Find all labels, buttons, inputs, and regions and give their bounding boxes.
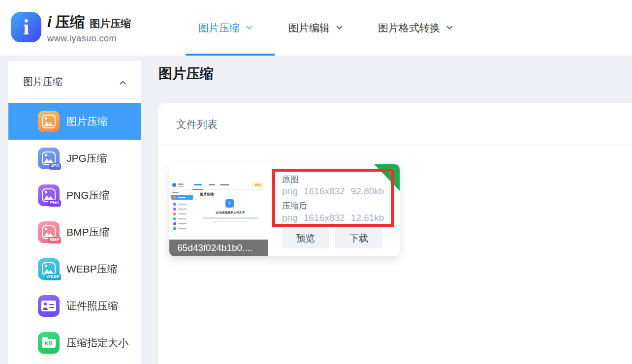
- nav-tab-label: 图片压缩: [198, 21, 240, 35]
- glyph-dot: [45, 191, 47, 193]
- sidebar-item-label: 图片压缩: [66, 115, 108, 128]
- mini-icon-dot: [173, 212, 176, 215]
- brand-url: www.iyasuo.com: [47, 33, 131, 44]
- sidebar-item-label: BMP压缩: [66, 225, 110, 239]
- glyph-mountain: [44, 158, 54, 163]
- compressed-info: png 1616x832 12.61kb: [282, 212, 391, 224]
- file-card: 图片压缩 + 点击或拖拽至上传文件 65d43f024b1b0.... 原图 p…: [169, 164, 400, 256]
- sidebar-group-header[interactable]: 图片压缩: [8, 61, 141, 103]
- mini-sidebar: [170, 190, 195, 231]
- png-compress-icon: PNG: [38, 184, 60, 206]
- image-glyph: [42, 115, 56, 128]
- idcard-body: [43, 307, 48, 310]
- jpg-badge: JPG: [49, 163, 61, 170]
- mini-nav-dash: [194, 184, 202, 185]
- mini-text-dash: [178, 228, 187, 230]
- sidebar-item-compress-to-size[interactable]: KB 压缩指定大小: [8, 324, 141, 361]
- mini-nav-dash: [220, 184, 229, 185]
- brand-name-italic: i: [47, 14, 51, 30]
- mini-text-dash: [178, 204, 187, 205]
- logo-text: i 压缩 图片压缩 www.iyasuo.com: [47, 12, 131, 44]
- file-thumbnail[interactable]: 图片压缩 + 点击或拖拽至上传文件 65d43f024b1b0....: [169, 164, 268, 256]
- sidebar-item-label: JPG压缩: [66, 152, 107, 165]
- original-info: png 1616x832 92.80kb: [282, 185, 391, 197]
- glyph-mountain: [44, 269, 54, 274]
- mini-logo-line: [178, 183, 184, 185]
- logo-letter: i: [23, 15, 29, 40]
- glyph-mountain: [44, 195, 54, 200]
- mini-icon-dot: [173, 227, 176, 230]
- nav-tab-image-edit[interactable]: 图片编辑: [288, 0, 342, 56]
- mini-row: [171, 212, 194, 216]
- mini-row: [171, 207, 194, 212]
- glyph-mountain: [44, 121, 54, 126]
- mini-text-dash: [178, 209, 187, 210]
- mini-row: [171, 202, 194, 207]
- webp-compress-icon: WEBP: [38, 258, 60, 280]
- mini-action-pill: [252, 182, 263, 187]
- nav-tab-label: 图片格式转换: [378, 21, 440, 35]
- mini-topbar: [170, 180, 266, 190]
- mini-logo-line: [178, 186, 185, 187]
- download-button[interactable]: 下载: [335, 228, 382, 248]
- mini-group-dash: [172, 192, 179, 193]
- mini-row: [171, 216, 194, 221]
- nav-tab-label: 图片编辑: [288, 21, 330, 35]
- screen: i i 压缩 图片压缩 www.iyasuo.com 图片压缩 图片编辑 图片格…: [0, 0, 632, 364]
- bmp-badge: BMP: [48, 237, 61, 243]
- sidebar-item-label: PNG压缩: [66, 188, 110, 202]
- mini-gray-line: [213, 221, 248, 222]
- mini-main-area: 图片压缩 + 点击或拖拽至上传文件: [195, 190, 266, 231]
- mini-nav-underline: [192, 189, 203, 190]
- brand-name: 压缩: [55, 12, 85, 32]
- file-list-panel: 文件列表: [158, 103, 632, 364]
- chevron-down-icon: [336, 23, 343, 30]
- mini-icon-dot: [173, 196, 176, 199]
- sidebar-item-bmp-compress[interactable]: BMP BMP压缩: [8, 213, 141, 250]
- sidebar-item-image-compress[interactable]: 图片压缩: [8, 103, 141, 140]
- folder-glyph: KB: [42, 339, 56, 348]
- original-label: 原图: [282, 174, 391, 184]
- idcard-line: [49, 304, 54, 305]
- thumbnail-mini-screenshot: 图片压缩 + 点击或拖拽至上传文件: [170, 180, 266, 231]
- site-logo[interactable]: i i 压缩 图片压缩 www.iyasuo.com: [11, 12, 131, 44]
- panel-title: 文件列表: [158, 103, 632, 145]
- bmp-compress-icon: BMP: [38, 221, 60, 243]
- idcard-head: [44, 303, 47, 305]
- glyph-mountain: [44, 232, 54, 237]
- preview-button[interactable]: 预览: [282, 228, 329, 248]
- highlight-red-box: 原图 png 1616x832 92.80kb 压缩后 png 1616x832…: [272, 169, 394, 227]
- compressed-label: 压缩后: [282, 201, 391, 211]
- active-tab-underline: [186, 54, 275, 56]
- glyph-dot: [45, 265, 47, 267]
- idcard-glyph: [41, 301, 56, 311]
- mini-icon-dot: [173, 208, 176, 211]
- mini-icon-dot: [173, 222, 176, 225]
- sidebar-item-label: 压缩指定大小: [66, 336, 128, 350]
- nav-tab-format-convert[interactable]: 图片格式转换: [378, 0, 452, 56]
- mini-active-row: [171, 195, 193, 200]
- sidebar-item-jpg-compress[interactable]: JPG JPG压缩: [8, 140, 141, 177]
- png-badge: PNG: [48, 200, 61, 207]
- sidebar-item-label: 证件照压缩: [66, 299, 118, 313]
- page-title: 图片压缩: [158, 64, 214, 83]
- mini-text-dash: [178, 197, 186, 198]
- mini-upload-text: 点击或拖拽至上传文件: [195, 211, 266, 215]
- mini-row: [171, 226, 194, 231]
- glyph-dot: [45, 117, 47, 120]
- mini-icon-dot: [173, 217, 176, 220]
- sidebar-item-webp-compress[interactable]: WEBP WEBP压缩: [8, 250, 141, 287]
- nav-tab-image-compress[interactable]: 图片压缩: [198, 0, 252, 56]
- mini-text-dash: [178, 218, 187, 220]
- sidebar-group-title: 图片压缩: [23, 75, 63, 89]
- mini-nav-dash: [209, 184, 215, 185]
- brand-line: i 压缩 图片压缩: [47, 12, 131, 32]
- sidebar-item-png-compress[interactable]: PNG PNG压缩: [8, 177, 141, 213]
- mini-icon-dot: [173, 203, 176, 206]
- mini-text-dash: [178, 223, 187, 225]
- image-compress-icon: [38, 111, 60, 132]
- file-name: 65d43f024b1b0....: [169, 240, 268, 256]
- sidebar-item-id-photo-compress[interactable]: 证件照压缩: [8, 287, 141, 324]
- glyph-dot: [45, 228, 47, 230]
- glyph-dot: [45, 154, 47, 156]
